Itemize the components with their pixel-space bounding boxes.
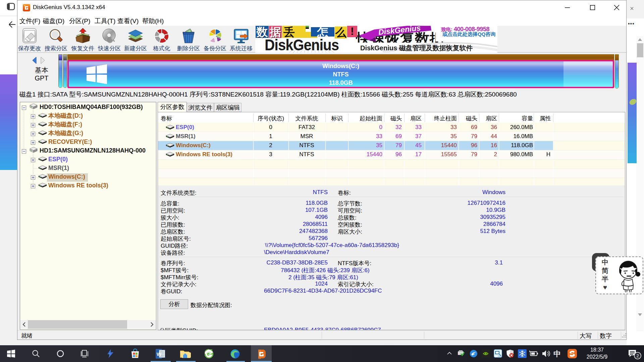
svg-text:e: e — [207, 351, 210, 357]
svg-text:DiskGenius: DiskGenius — [378, 26, 421, 37]
svg-text:W: W — [157, 351, 162, 357]
svg-text:2: 2 — [637, 353, 639, 358]
svg-text:intel: intel — [498, 355, 501, 357]
